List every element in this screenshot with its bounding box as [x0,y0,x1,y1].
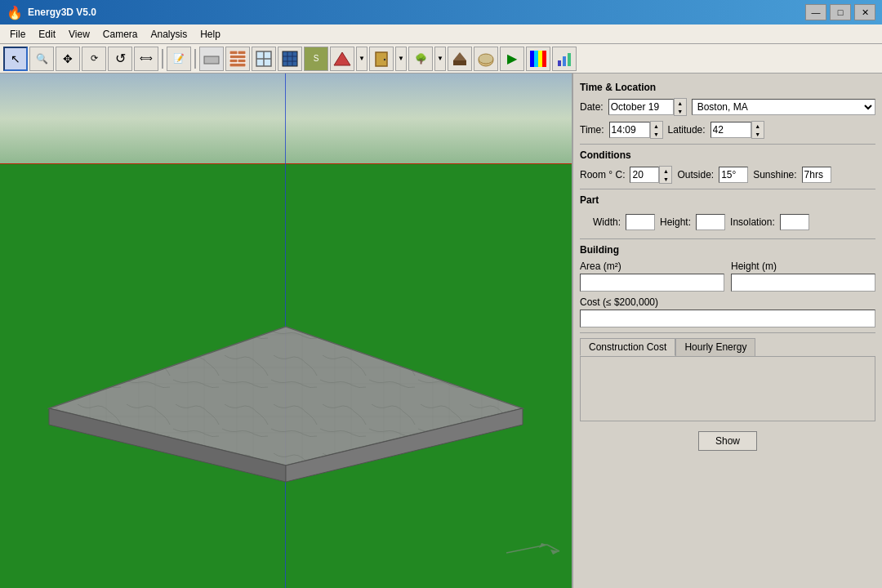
area-input[interactable] [580,274,724,292]
building-height-input[interactable] [731,274,875,292]
location-select[interactable]: Boston, MA New York, NY Los Angeles, CA … [692,99,875,115]
conditions-title: Conditions [580,149,875,161]
svg-rect-27 [542,51,546,67]
outside-temp-input[interactable] [719,167,748,183]
window-tool[interactable] [252,47,276,71]
title-bar: 🔥 Energy3D V5.0 — □ ✕ [0,0,882,24]
zoom-tool[interactable]: 🔍 [29,47,54,71]
room-down[interactable]: ▼ [660,175,671,183]
room-up[interactable]: ▲ [660,167,671,175]
separator-2 [194,49,196,69]
spin-tool[interactable]: ⟳ [82,47,106,71]
tree-tool[interactable]: 🌳 [408,47,433,71]
menu-edit[interactable]: Edit [32,27,62,42]
door-dropdown[interactable]: ▼ [395,47,407,71]
menu-analysis[interactable]: Analysis [145,27,194,42]
chart-tool[interactable] [552,47,577,71]
viewport[interactable] [0,74,572,588]
sunshine-label: Sunshine: [753,169,796,180]
menu-bar: File Edit View Camera Analysis Help [0,24,882,44]
svg-rect-20 [453,60,466,65]
pan-tool[interactable]: ✥ [56,47,80,71]
lat-up[interactable]: ▲ [752,122,764,130]
time-up[interactable]: ▲ [651,122,662,130]
app-title: Energy3D V5.0 [28,7,96,18]
door-tool[interactable] [369,47,394,71]
select-tool[interactable]: ↖ [3,47,28,71]
time-row: Time: ▲ ▼ Latitude: ▲ ▼ [580,121,875,139]
date-row: Date: ▲ ▼ Boston, MA New York, NY Los An… [580,98,875,116]
sensor-tool[interactable]: S [304,47,328,71]
time-location-title: Time & Location [580,82,875,93]
width-input[interactable] [626,214,655,230]
svg-marker-36 [49,327,523,466]
divider-2 [580,189,875,189]
svg-marker-21 [453,52,466,60]
tab-bar: Construction Cost Hourly Energy [580,338,875,356]
room-label: Room ° C: [580,169,625,180]
latitude-label: Latitude: [668,124,706,136]
tree-dropdown[interactable]: ▼ [434,47,446,71]
svg-point-23 [479,54,493,64]
area-label: Area (m²) [580,261,724,272]
roof-dropdown[interactable]: ▼ [356,47,368,71]
cost-input[interactable] [580,310,875,327]
insolation-input[interactable] [780,214,809,230]
fit-tool[interactable]: ⟺ [134,47,158,71]
building-height-field: Height (m) [731,261,875,292]
svg-rect-28 [558,60,561,66]
svg-rect-26 [538,51,542,67]
divider-3 [580,238,875,239]
unknown-tool1[interactable] [448,47,472,71]
date-spin-group: ▲ ▼ [608,98,687,116]
main-area: Time & Location Date: ▲ ▼ Boston, MA New… [0,74,882,588]
tab-construction-cost[interactable]: Construction Cost [580,338,675,356]
maximize-button[interactable]: □ [830,4,851,20]
outside-label: Outside: [677,169,714,180]
run-tool[interactable]: ▶ [500,47,524,71]
sunshine-input[interactable] [802,167,831,183]
viewport-indicator [498,537,564,564]
pyramid-tool[interactable] [330,47,354,71]
heatmap-tool[interactable] [526,47,550,71]
close-button[interactable]: ✕ [854,4,875,20]
menu-view[interactable]: View [62,27,96,42]
date-down[interactable]: ▼ [675,107,686,115]
time-input[interactable] [609,122,650,138]
undo-tool[interactable]: ↺ [108,47,132,71]
width-label: Width: [593,216,621,228]
part-row: Width: Height: Insolation: [580,211,875,234]
minimize-button[interactable]: — [805,4,826,20]
solar-tool[interactable] [278,47,302,71]
menu-camera[interactable]: Camera [96,27,145,42]
date-up[interactable]: ▲ [675,99,686,107]
svg-marker-17 [334,52,350,65]
sky-background [0,74,572,163]
show-button[interactable]: Show [698,431,757,451]
tab-hourly-energy[interactable]: Hourly Energy [675,338,755,356]
menu-help[interactable]: Help [194,27,227,42]
flat-roof-tool[interactable] [199,47,224,71]
part-height-input[interactable] [696,214,725,230]
room-temp-input[interactable] [630,167,659,183]
svg-rect-0 [204,56,219,64]
dome-tool[interactable] [474,47,498,71]
part-title: Part [580,194,875,206]
cost-label: Cost (≤ $200,000) [580,296,875,308]
area-field: Area (m²) [580,261,724,292]
latitude-input[interactable] [710,122,751,138]
foundation-platform [24,253,547,506]
svg-rect-30 [568,53,571,66]
brick-tool[interactable] [225,47,250,71]
lat-down[interactable]: ▼ [752,130,764,138]
divider-4 [580,332,875,333]
time-down[interactable]: ▼ [651,130,662,138]
menu-file[interactable]: File [3,27,32,42]
building-grid: Area (m²) Height (m) [580,261,875,292]
conditions-row: Room ° C: ▲ ▼ Outside: Sunshine: [580,166,875,184]
note-tool[interactable]: 📝 [167,47,191,71]
cost-field: Cost (≤ $200,000) [580,296,875,327]
toolbar: ↖ 🔍 ✥ ⟳ ↺ ⟺ 📝 [0,44,882,74]
date-input[interactable] [608,99,674,115]
right-panel: Time & Location Date: ▲ ▼ Boston, MA New… [572,74,882,588]
